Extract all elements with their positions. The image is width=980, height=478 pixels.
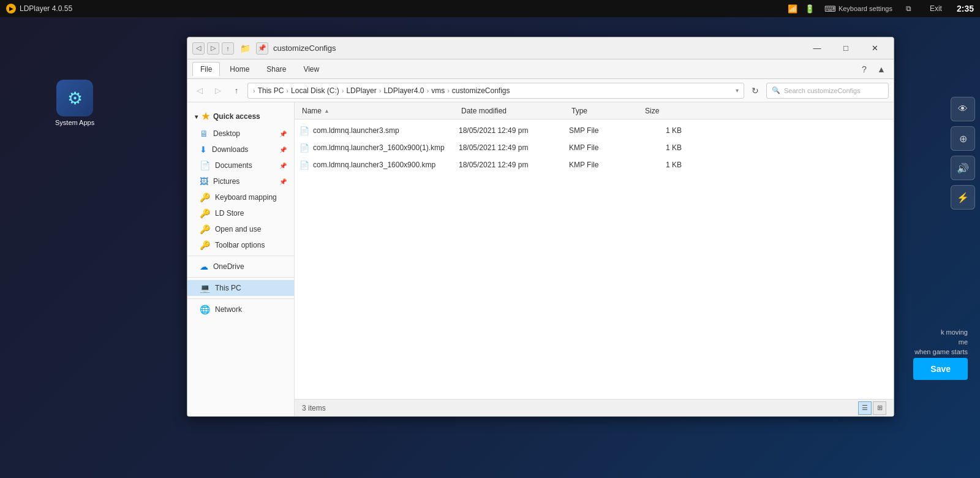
lightning-btn[interactable]: ⚡ [951, 185, 975, 210]
path-this-pc[interactable]: This PC [258, 86, 284, 95]
system-apps-label: System Apps [55, 119, 94, 126]
file-type-0: SMP File [569, 126, 643, 135]
title-bar-forward-icon[interactable]: ▷ [207, 42, 219, 55]
sidebar-item-pictures[interactable]: 🖼 Pictures 📌 [187, 173, 294, 189]
path-ldplayer40[interactable]: LDPlayer4.0 [383, 86, 424, 95]
save-desc-2: me [959, 338, 968, 346]
col-name-label: Name [302, 107, 322, 115]
path-ldplayer[interactable]: LDPlayer [346, 86, 376, 95]
column-headers: Name ▲ Date modified Type Size [295, 102, 894, 120]
system-apps-icon[interactable]: ⚙ [56, 80, 93, 116]
table-row[interactable]: 📄 com.ldmnq.launcher3.smp 18/05/2021 12:… [295, 122, 894, 139]
col-header-type[interactable]: Type [569, 107, 643, 115]
refresh-btn[interactable]: ↻ [748, 83, 763, 98]
col-header-date[interactable]: Date modified [459, 107, 569, 115]
thispc-label: This PC [215, 284, 241, 292]
documents-label: Documents [215, 161, 252, 170]
keyboard-settings-label: Keyboard settings [839, 5, 892, 12]
pictures-icon: 🖼 [200, 176, 208, 186]
file-type-2: KMP File [569, 161, 643, 169]
col-size-label: Size [645, 107, 659, 115]
chevron-down-icon: ▾ [195, 113, 198, 120]
path-sep-3: › [379, 87, 382, 94]
up-btn[interactable]: ↑ [229, 83, 244, 98]
window-title: customizeConfigs [273, 44, 336, 53]
path-sep-1: › [286, 87, 288, 94]
documents-icon: 📄 [200, 161, 210, 170]
back-btn[interactable]: ◁ [192, 83, 207, 98]
title-bar-back-icon[interactable]: ◁ [192, 42, 205, 55]
system-apps-area: ⚙ System Apps [55, 80, 94, 126]
network-icon: 🌐 [200, 305, 210, 314]
file-date-2: 18/05/2021 12:49 pm [459, 161, 569, 169]
table-row[interactable]: 📄 com.ldmnq.launcher3_1600x900.kmp 18/05… [295, 156, 894, 173]
audio-btn[interactable]: 🔊 [951, 156, 975, 180]
view-details-btn[interactable]: ☰ [858, 401, 872, 415]
save-area: k moving me when game starts Save [913, 328, 968, 380]
files-container: 📄 com.ldmnq.launcher3.smp 18/05/2021 12:… [295, 120, 894, 399]
emulator-restore-btn[interactable]: ⧉ [902, 3, 915, 14]
eye-btn[interactable]: 👁 [951, 97, 975, 121]
file-explorer-window: ◁ ▷ ↑ 📁 📌 customizeConfigs — □ ✕ File Ho… [187, 37, 894, 417]
col-header-size[interactable]: Size [643, 107, 692, 115]
path-vms[interactable]: vms [431, 86, 445, 95]
save-button[interactable]: Save [913, 358, 968, 380]
file-icon-2: 📄 [300, 161, 309, 170]
title-bar-pin-icon[interactable]: 📌 [256, 42, 268, 55]
nav-sidebar: ▾ ★ Quick access 🖥 Desktop 📌 ⬇ Downloads… [187, 102, 295, 416]
minimize-btn[interactable]: — [803, 40, 831, 57]
col-date-label: Date modified [461, 107, 507, 115]
sidebar-item-onedrive[interactable]: ☁ OneDrive [187, 259, 294, 275]
quick-access-icon: ★ [202, 111, 209, 122]
keyboard-settings-btn[interactable]: ⌨ Keyboard settings [824, 4, 892, 13]
sidebar-item-keyboard-mapping[interactable]: 🔑 Keyboard mapping [187, 189, 294, 205]
ribbon-expand-btn[interactable]: ▲ [874, 62, 889, 77]
sidebar-item-desktop[interactable]: 🖥 Desktop 📌 [187, 126, 294, 142]
path-sep-2: › [342, 87, 344, 94]
sidebar-item-documents[interactable]: 📄 Documents 📌 [187, 157, 294, 173]
path-customize-configs[interactable]: customizeConfigs [452, 86, 510, 95]
col-header-name[interactable]: Name ▲ [300, 107, 459, 115]
table-row[interactable]: 📄 com.ldmnq.launcher3_1600x900(1).kmp 18… [295, 139, 894, 156]
file-name-0: 📄 com.ldmnq.launcher3.smp [300, 126, 459, 135]
close-btn[interactable]: ✕ [861, 40, 889, 57]
sidebar-item-network[interactable]: 🌐 Network [187, 302, 294, 317]
sidebar-item-downloads[interactable]: ⬇ Downloads 📌 [187, 142, 294, 157]
title-bar-up-icon[interactable]: ↑ [222, 42, 234, 55]
tab-share[interactable]: Share [259, 63, 293, 76]
keyboard-mapping-label: Keyboard mapping [215, 193, 277, 202]
emulator-title: LDPlayer 4.0.55 [20, 4, 72, 13]
tab-view[interactable]: View [296, 63, 326, 76]
address-path[interactable]: › This PC › Local Disk (C:) › LDPlayer ›… [247, 83, 744, 99]
path-sep-4: › [426, 87, 429, 94]
tab-home[interactable]: Home [222, 63, 257, 76]
emulator-exit-btn[interactable]: Exit [925, 3, 947, 14]
tab-file[interactable]: File [192, 62, 220, 77]
nav-divider-1 [187, 256, 294, 256]
main-content: ▾ ★ Quick access 🖥 Desktop 📌 ⬇ Downloads… [187, 102, 894, 416]
file-icon-0: 📄 [300, 126, 309, 135]
sidebar-item-toolbar-options[interactable]: 🔑 Toolbar options [187, 237, 294, 253]
file-date-1: 18/05/2021 12:49 pm [459, 143, 569, 152]
ribbon-help-btn[interactable]: ? [857, 62, 872, 77]
sort-arrow-name: ▲ [324, 108, 330, 114]
ld-store-label: LD Store [215, 209, 244, 218]
path-sep-5: › [447, 87, 450, 94]
search-box[interactable]: 🔍 Search customizeConfigs [766, 83, 889, 99]
quick-access-header[interactable]: ▾ ★ Quick access [187, 107, 294, 126]
sidebar-item-this-pc[interactable]: 💻 This PC [187, 280, 294, 296]
maximize-btn[interactable]: □ [832, 40, 860, 57]
network-label: Network [215, 305, 242, 314]
path-local-disk[interactable]: Local Disk (C:) [291, 86, 339, 95]
onedrive-label: OneDrive [213, 262, 244, 271]
downloads-icon: ⬇ [200, 145, 207, 154]
view-tiles-btn[interactable]: ⊞ [873, 401, 886, 415]
sidebar-item-open-and-use[interactable]: 🔑 Open and use [187, 221, 294, 237]
forward-btn[interactable]: ▷ [211, 83, 225, 98]
crosshair-btn[interactable]: ⊕ [951, 126, 975, 151]
path-dropdown-icon[interactable]: ▾ [736, 87, 739, 94]
emulator-title-area: ▶ LDPlayer 4.0.55 [6, 4, 72, 13]
nav-divider-3 [187, 298, 294, 299]
sidebar-item-ld-store[interactable]: 🔑 LD Store [187, 205, 294, 221]
battery-icon: 🔋 [805, 4, 815, 13]
